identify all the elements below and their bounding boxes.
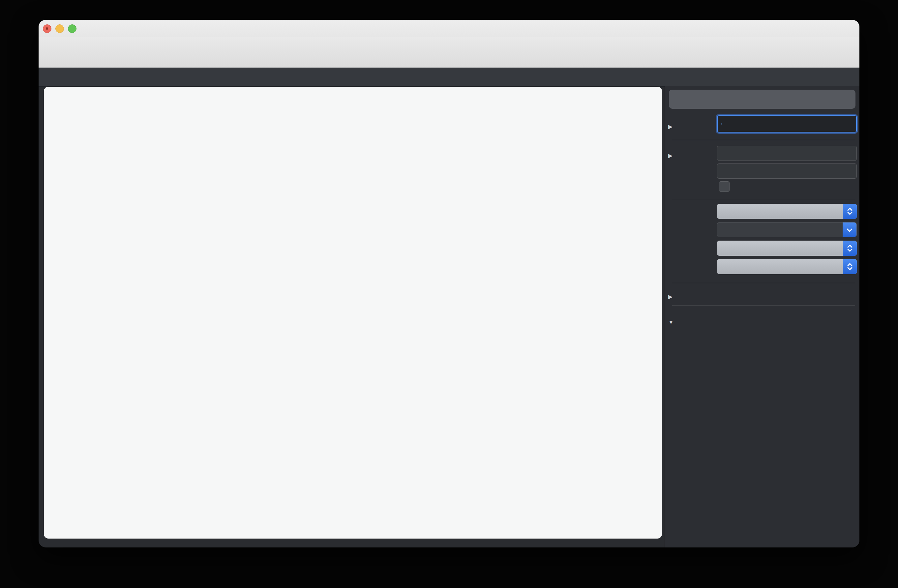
titulo-input[interactable]	[717, 115, 857, 132]
inspector-panel: ▶ ▶	[664, 86, 860, 548]
chevron-down-icon	[843, 223, 856, 237]
stepper-icon	[843, 259, 857, 274]
hito-checkbox[interactable]	[719, 181, 730, 192]
inspector-tabs	[669, 90, 855, 109]
zoom-button[interactable]	[68, 25, 77, 33]
duracion-input[interactable]	[717, 163, 857, 179]
divider	[672, 305, 855, 306]
stepper-icon	[843, 241, 857, 256]
fin-select[interactable]	[717, 241, 857, 256]
disclosure-trabajo[interactable]: ▶	[668, 152, 672, 159]
divider	[672, 283, 855, 283]
toolbar	[38, 37, 860, 68]
title-bar	[38, 20, 860, 37]
close-button[interactable]	[43, 25, 51, 33]
disclosure-avanzado[interactable]: ▶	[668, 293, 672, 300]
app-window: ▶ ▶	[38, 20, 860, 548]
breadcrumb-bar	[38, 68, 860, 87]
activity-header	[664, 68, 860, 86]
disclosure-esperado[interactable]: ▼	[668, 319, 674, 325]
inicio-select[interactable]	[717, 204, 857, 219]
trabajo-input[interactable]	[717, 146, 857, 161]
minimize-button[interactable]	[55, 25, 64, 33]
temprano-date-field[interactable]	[717, 222, 857, 237]
disclosure-titulo[interactable]: ▶	[668, 123, 672, 130]
alineacion-select[interactable]	[717, 259, 857, 274]
screenshot-stage: ▶ ▶	[0, 0, 898, 588]
project-sheet	[44, 87, 662, 539]
stepper-icon	[843, 204, 857, 219]
